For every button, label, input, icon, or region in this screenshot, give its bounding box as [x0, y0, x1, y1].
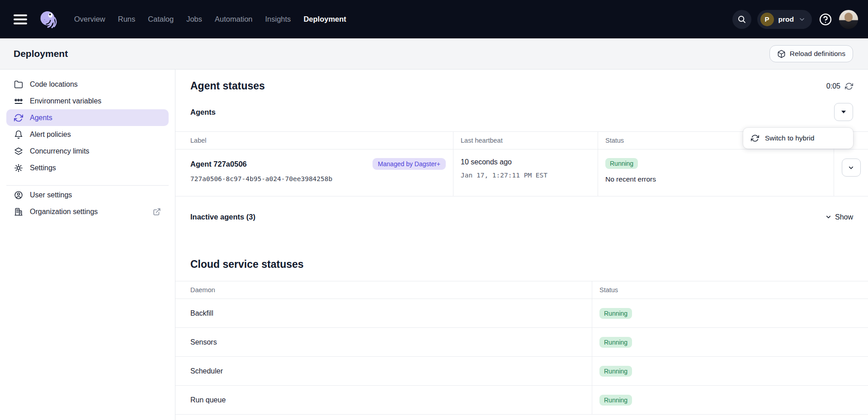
- sidebar-item-concurrency-limits[interactable]: Concurrency limits: [6, 143, 169, 159]
- search-icon: [737, 14, 746, 24]
- sidebar-item-label: Code locations: [30, 80, 78, 89]
- cloud-services-table: Daemon Status Backfill Running Sensors R…: [175, 281, 868, 415]
- agent-row-menu-button[interactable]: [842, 159, 861, 177]
- agent-cycle-icon: [14, 113, 23, 122]
- daemon-status-badge: Running: [599, 337, 632, 348]
- user-circle-icon: [14, 191, 23, 200]
- table-row: Sensors Running: [175, 328, 868, 357]
- sidebar-item-label: Organization settings: [30, 208, 98, 216]
- nav-item-insights[interactable]: Insights: [265, 15, 291, 23]
- primary-nav: Overview Runs Catalog Jobs Automation In…: [74, 15, 346, 23]
- folder-icon: [14, 80, 23, 89]
- show-toggle-label: Show: [835, 213, 853, 221]
- sidebar-item-label: User settings: [30, 191, 72, 199]
- sidebar-item-label: Settings: [30, 164, 56, 172]
- sidebar-item-label: Environment variables: [30, 97, 101, 105]
- layers-icon: [14, 147, 23, 156]
- external-link-icon: [153, 208, 161, 216]
- menu-item-switch-to-hybrid[interactable]: Switch to hybrid: [743, 128, 853, 149]
- chevron-down-icon: [798, 16, 806, 23]
- reload-definitions-button[interactable]: Reload definitions: [769, 45, 853, 62]
- chevron-down-icon: [848, 164, 854, 171]
- daemon-status-badge: Running: [599, 366, 632, 377]
- agent-status-note: No recent errors: [605, 175, 826, 183]
- daemon-name: Sensors: [190, 338, 217, 346]
- agent-statuses-title: Agent statuses: [190, 80, 265, 92]
- search-button[interactable]: [732, 10, 751, 29]
- daemon-name: Scheduler: [190, 367, 223, 375]
- nav-item-automation[interactable]: Automation: [215, 15, 252, 23]
- heartbeat-relative-time: 10 seconds ago: [461, 158, 590, 166]
- gear-icon: [14, 163, 23, 173]
- main-content: Agent statuses 0:05 Agents L: [175, 70, 868, 420]
- column-header-status: Status: [592, 281, 868, 299]
- agent-row: Agent 727a0506 Managed by Dagster+ 727a0…: [175, 149, 868, 196]
- agents-actions-dropdown-button[interactable]: [834, 103, 853, 121]
- nav-item-catalog[interactable]: Catalog: [148, 15, 174, 23]
- chevron-down-icon: [825, 214, 832, 220]
- sidebar-item-agents[interactable]: Agents: [6, 109, 169, 126]
- column-header-last-heartbeat: Last heartbeat: [453, 132, 598, 149]
- bell-icon: [14, 130, 23, 139]
- reload-definitions-label: Reload definitions: [790, 50, 845, 58]
- cloud-service-statuses-title: Cloud service statuses: [190, 258, 304, 271]
- deployment-switcher[interactable]: P prod: [757, 10, 812, 29]
- code-package-reload-icon: [777, 50, 786, 58]
- show-inactive-agents-toggle[interactable]: Show: [825, 213, 853, 221]
- agents-section-title: Agents: [190, 108, 216, 117]
- agent-id: 727a0506-8c97-4b95-a024-70ee3984258b: [190, 175, 446, 182]
- sidebar-item-alert-policies[interactable]: Alert policies: [6, 126, 169, 143]
- refresh-icon[interactable]: [845, 82, 853, 90]
- help-icon: [819, 13, 832, 26]
- nav-item-jobs[interactable]: Jobs: [186, 15, 202, 23]
- inactive-agents-title: Inactive agents (3): [190, 213, 255, 221]
- page-header: Deployment Reload definitions: [0, 38, 868, 70]
- env-vars-icon: [14, 97, 23, 106]
- agent-cycle-icon: [751, 134, 759, 142]
- agent-name: Agent 727a0506: [190, 160, 247, 168]
- sidebar-item-user-settings[interactable]: User settings: [6, 187, 169, 203]
- sidebar-item-label: Concurrency limits: [30, 147, 90, 155]
- heartbeat-timestamp: Jan 17, 1:27:11 PM EST: [461, 172, 590, 179]
- managed-by-dagster-badge: Managed by Dagster+: [373, 158, 446, 170]
- sidebar-item-code-locations[interactable]: Code locations: [6, 76, 169, 93]
- nav-item-runs[interactable]: Runs: [118, 15, 136, 23]
- sidebar-item-environment-variables[interactable]: Environment variables: [6, 93, 169, 109]
- agents-actions-menu: Switch to hybrid: [743, 128, 853, 149]
- top-nav: Overview Runs Catalog Jobs Automation In…: [0, 0, 868, 38]
- table-row: Run queue Running: [175, 386, 868, 415]
- daemon-status-badge: Running: [599, 308, 632, 319]
- agent-status-badge: Running: [605, 158, 638, 169]
- sidebar-divider: [6, 185, 169, 186]
- daemon-name: Backfill: [190, 309, 213, 317]
- menu-item-label: Switch to hybrid: [765, 134, 814, 142]
- sidebar-item-settings[interactable]: Settings: [6, 159, 169, 176]
- nav-item-overview[interactable]: Overview: [74, 15, 105, 23]
- refresh-countdown: 0:05: [826, 82, 840, 90]
- user-avatar[interactable]: [839, 10, 858, 29]
- building-icon: [14, 207, 23, 216]
- hamburger-menu-icon[interactable]: [14, 14, 27, 24]
- page-title: Deployment: [14, 48, 68, 59]
- deployment-initial-avatar: P: [760, 13, 774, 26]
- daemon-status-badge: Running: [599, 395, 632, 406]
- sidebar-item-label: Agents: [30, 114, 52, 122]
- table-row: Backfill Running: [175, 299, 868, 328]
- nav-item-deployment[interactable]: Deployment: [303, 15, 346, 23]
- daemon-name: Run queue: [190, 396, 226, 404]
- sidebar-item-organization-settings[interactable]: Organization settings: [6, 203, 169, 220]
- caret-down-icon: [841, 111, 846, 113]
- deployment-sidebar: Code locations Environment variables: [0, 70, 175, 420]
- table-row: Scheduler Running: [175, 357, 868, 386]
- column-header-label: Label: [175, 132, 453, 149]
- help-button[interactable]: [818, 12, 833, 27]
- sidebar-item-label: Alert policies: [30, 131, 71, 139]
- dagster-logo[interactable]: [38, 9, 58, 29]
- column-header-daemon: Daemon: [175, 281, 592, 299]
- deployment-switcher-label: prod: [778, 15, 794, 23]
